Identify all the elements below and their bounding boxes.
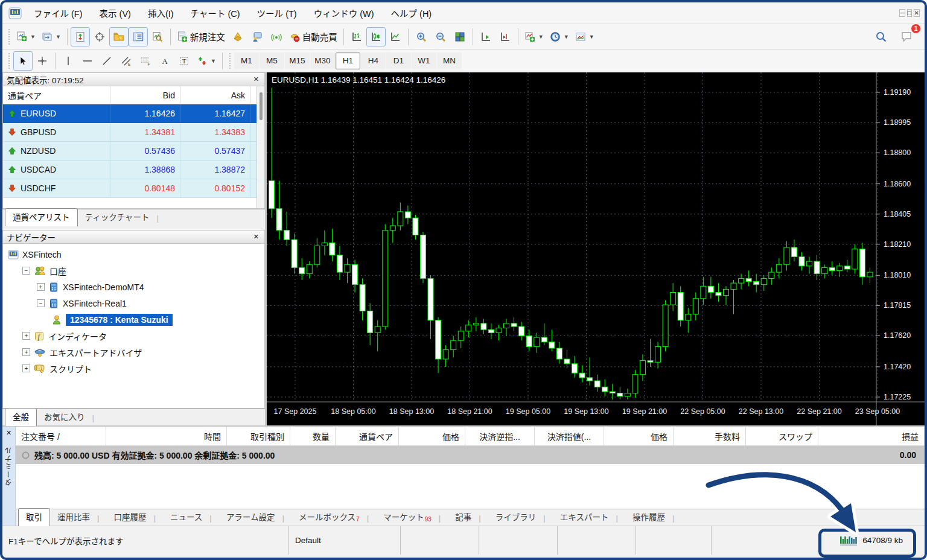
templates-button[interactable]: ▼ [572,27,597,46]
terminal-tab-7[interactable]: 記事| [448,509,488,526]
terminal-column-6[interactable]: 決済逆指... [465,427,535,445]
toolbar-grip[interactable] [228,53,232,69]
terminal-tab-3[interactable]: ニュース| [163,509,219,526]
strategy-tester-button[interactable] [148,27,167,46]
signals-button[interactable] [267,27,286,46]
timeframe-h1[interactable]: H1 [336,52,360,69]
collapse-icon[interactable]: − [22,267,30,275]
terminal-column-10[interactable]: スワップ [746,427,818,445]
equidistant-channel-button[interactable]: E [116,51,136,71]
timeframe-w1[interactable]: W1 [412,52,436,69]
tree-item-5[interactable]: +fインディケータ [3,328,264,344]
horizontal-line-button[interactable] [78,51,97,71]
zoom-out-button[interactable] [431,27,450,46]
maximize-button[interactable]: □ [907,9,912,17]
terminal-column-7[interactable]: 決済指値(... [535,427,604,445]
tile-windows-button[interactable] [450,27,470,46]
navigator-toggle[interactable] [109,27,129,46]
chevron-down-icon[interactable]: ▼ [56,34,61,40]
close-icon[interactable]: ✕ [252,75,261,83]
market-watch-row-usdchf[interactable]: USDCHF0.801480.80152 [3,179,256,198]
terminal-column-0[interactable]: 注文番号 / [16,427,106,445]
tree-item-3[interactable]: −XSFintech-Real1 [3,295,264,311]
chevron-down-icon[interactable]: ▼ [30,34,36,40]
expand-icon[interactable]: + [22,332,30,340]
terminal-column-9[interactable]: 手数料 [674,427,746,445]
periods-button[interactable]: ▼ [547,27,572,46]
terminal-tab-2[interactable]: 口座履歴| [107,509,164,526]
virtual-hosting-button[interactable] [247,27,267,46]
indicators-button[interactable]: ▼ [521,27,547,46]
terminal-tab-4[interactable]: アラーム設定| [219,509,291,526]
market-watch-row-nzdusd[interactable]: NZDUSD0.574360.57437 [3,142,256,161]
toolbar-grip[interactable] [7,29,11,45]
new-order-button[interactable]: 新規注文 [174,27,228,46]
terminal-tab-0[interactable]: 取引 [18,508,50,526]
scrollbar[interactable] [256,86,264,208]
expand-icon[interactable]: + [37,283,45,291]
menu-1[interactable]: 表示 (V) [91,7,139,21]
auto-scroll-button[interactable] [476,27,495,46]
terminal-column-4[interactable]: 通貨ペア [336,427,399,445]
timeframe-m1[interactable]: M1 [234,52,259,69]
chevron-down-icon[interactable]: ▼ [538,34,544,40]
terminal-column-1[interactable]: 時間 [106,427,227,445]
data-window-button[interactable] [90,27,109,46]
text-label-button[interactable]: T [174,51,194,71]
tree-item-4[interactable]: 12345678 : Kenta Suzuki [3,311,264,328]
market-watch-toggle[interactable] [71,27,90,46]
tree-item-0[interactable]: XSFintech [3,246,264,262]
market-watch-row-eurusd[interactable]: EURUSD1.164261.16427 [3,104,256,123]
bar-chart-button[interactable] [347,27,366,46]
terminal-tab-1[interactable]: 運用比率| [50,509,107,526]
timeframe-mn[interactable]: MN [437,52,462,69]
chart-canvas[interactable]: 1.191901.189951.188001.186001.184051.182… [267,72,925,425]
menu-3[interactable]: チャート (C) [182,7,249,21]
close-icon[interactable]: ✕ [6,429,11,437]
text-button[interactable]: A [155,51,174,71]
navigator-tab-1[interactable]: お気に入り| [37,409,101,425]
terminal-tab-9[interactable]: エキスパート| [553,509,625,526]
chart-shift-button[interactable] [495,27,515,46]
market-watch-row-usdcad[interactable]: USDCAD1.388681.38872 [3,161,256,179]
terminal-column-8[interactable]: 価格 [604,427,674,445]
search-button[interactable] [871,27,891,46]
terminal-tab-6[interactable]: マーケット93| [376,509,448,526]
profiles-button[interactable]: ▼ [39,27,64,46]
auto-trading-button[interactable]: 自動売買 [286,27,340,46]
trendline-button[interactable] [97,51,116,71]
menu-0[interactable]: ファイル (F) [25,7,91,21]
market-watch-tab-1[interactable]: ティックチャート| [78,209,167,226]
line-chart-button[interactable] [386,27,405,46]
arrows-button[interactable]: ▼ [194,51,219,71]
tree-item-2[interactable]: +XSFintech-DemoMT4 [3,279,264,295]
cursor-button[interactable] [13,51,33,71]
tree-item-6[interactable]: +エキスパートアドバイザ [3,344,264,360]
status-profile[interactable]: Default [289,526,401,555]
tree-item-7[interactable]: +スクリプト [3,360,264,377]
crosshair-button[interactable] [33,51,52,71]
timeframe-d1[interactable]: D1 [386,52,411,69]
tree-item-1[interactable]: −口座 [3,262,264,279]
chevron-down-icon[interactable]: ▼ [211,58,216,64]
terminal-column-5[interactable]: 価格 [399,427,465,445]
terminal-column-2[interactable]: 取引種別 [227,427,290,445]
menu-4[interactable]: ツール (T) [249,7,305,21]
timeframe-m15[interactable]: M15 [285,52,310,69]
toolbar-grip[interactable] [7,53,11,69]
terminal-toggle[interactable] [129,27,148,46]
chevron-down-icon[interactable]: ▼ [589,34,594,40]
expand-icon[interactable]: + [22,348,30,356]
chart-window[interactable]: 1.191901.189951.188001.186001.184051.182… [267,72,925,425]
market-watch-tab-0[interactable]: 通貨ペアリスト [5,208,78,226]
collapse-icon[interactable]: − [37,299,45,307]
expand-icon[interactable]: + [22,364,30,372]
timeframe-m5[interactable]: M5 [260,52,284,69]
terminal-tab-10[interactable]: 操作履歴| [625,509,682,526]
navigator-tab-0[interactable]: 全般 [5,408,37,426]
fibonacci-button[interactable]: F [136,51,155,71]
close-button[interactable]: ✕ [914,9,920,17]
menu-2[interactable]: 挿入(I) [139,7,182,21]
terminal-tab-5[interactable]: メールボックス7| [291,509,376,526]
candlestick-button[interactable] [366,27,386,46]
